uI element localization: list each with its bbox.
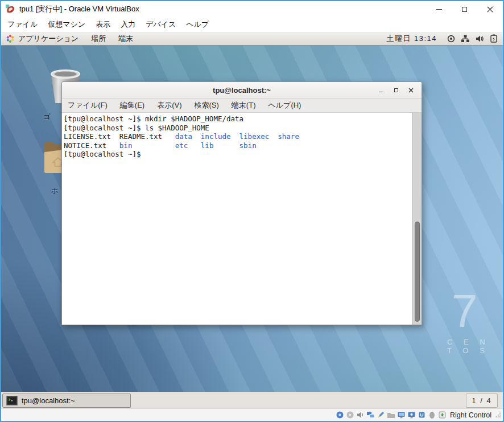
keyboard-icon[interactable] [438,411,447,419]
vbox-titlebar: tpu1 [実行中] - Oracle VM VirtualBox [1,1,503,17]
terminal-title: tpu@localhost:~ [213,86,271,95]
applications-menu[interactable]: アプリケーション [6,34,79,44]
terminal-menu-edit[interactable]: 編集(E) [120,99,151,112]
usb-icon[interactable] [377,411,385,419]
audio-icon[interactable] [356,411,365,419]
virtualbox-window: tpu1 [実行中] - Oracle VM VirtualBox ファイル 仮… [0,0,504,422]
close-icon [408,88,414,93]
trash-label: ゴ [43,112,51,122]
taskbar-window-label: tpu@localhost:~ [22,396,75,405]
terminal-menu-view[interactable]: 表示(V) [157,99,188,112]
wired-network-icon[interactable] [461,34,470,43]
maximize-icon [394,88,398,92]
menu-input[interactable]: 入力 [115,17,141,32]
centos-watermark-text: C E N T O S [447,338,503,355]
shared-folders-icon[interactable] [387,411,395,419]
terminal-menu-terminal[interactable]: 端末(T) [232,99,262,112]
terminal-menu-help[interactable]: ヘルプ(H) [268,99,307,112]
minimize-button[interactable] [426,1,452,17]
close-icon [487,6,493,13]
virtualbox-logo-icon [6,5,15,14]
terminal-line: [tpu@localhost ~]$ mkdir $HADOOP_HOME/da… [64,114,422,124]
circle-dot-icon[interactable] [447,34,456,43]
menu-help[interactable]: ヘルプ [181,17,214,32]
hdd-icon[interactable] [336,411,344,419]
applications-label: アプリケーション [18,34,79,44]
terminal-close-button[interactable] [403,82,418,99]
features-icon[interactable] [418,411,426,419]
taskbar: tpu@localhost:~ 1 / 4 [1,392,503,408]
places-label: 場所 [91,34,106,44]
clock[interactable]: 土曜日 13:14 [386,34,437,44]
menu-view[interactable]: 表示 [90,17,115,32]
menu-devices[interactable]: デバイス [141,17,181,32]
terminal-line: [tpu@localhost ~]$ ls $HADOOP_HOME [64,124,422,133]
applications-icon [6,34,15,43]
network-icon[interactable] [366,411,375,419]
terminal-icon [6,396,18,405]
terminal-minimize-button[interactable] [374,82,389,99]
terminal-menu-file[interactable]: ファイル(F) [68,99,114,112]
workspace-switcher[interactable]: 1 / 4 [466,394,498,408]
terminal-menu-search[interactable]: 検索(S) [195,99,225,112]
menu-machine[interactable]: 仮想マシン [43,17,90,32]
centos-watermark-number: 7 [452,288,478,334]
display-icon[interactable] [397,411,406,419]
host-key-label: Right Control [450,411,491,419]
terminal-menubar: ファイル(F) 編集(E) 表示(V) 検索(S) 端末(T) ヘルプ(H) [62,99,422,113]
battery-icon[interactable] [489,34,498,43]
terminal-menu-label: 端末 [118,34,133,44]
home-folder-label: ホ [51,186,59,196]
menu-file[interactable]: ファイル [2,17,43,32]
minimize-icon [436,9,442,10]
terminal-line: LICENSE.txt README.txt data include libe… [64,132,422,141]
volume-icon[interactable] [475,34,484,43]
mouse-icon[interactable] [428,411,436,419]
terminal-line: NOTICE.txt bin etc lib sbin [64,141,422,150]
recording-icon[interactable] [407,411,416,419]
places-menu[interactable]: 場所 [91,34,106,44]
scrollbar-thumb[interactable] [415,222,420,322]
resize-grip-icon[interactable] [495,412,501,418]
terminal-line: [tpu@localhost ~]$ [64,150,422,159]
terminal-menu[interactable]: 端末 [118,34,133,44]
terminal-titlebar[interactable]: tpu@localhost:~ [62,82,422,99]
terminal-scrollbar[interactable] [412,113,422,325]
optical-disc-icon[interactable] [346,411,354,419]
terminal-content[interactable]: [tpu@localhost ~]$ mkdir $HADOOP_HOME/da… [62,113,422,325]
terminal-text: [tpu@localhost ~]$ mkdir $HADOOP_HOME/da… [62,113,422,159]
terminal-maximize-button[interactable] [389,82,403,99]
vbox-menubar: ファイル 仮想マシン 表示 入力 デバイス ヘルプ [1,17,503,32]
taskbar-window-button[interactable]: tpu@localhost:~ [2,394,131,408]
maximize-button[interactable] [452,1,477,17]
maximize-icon [462,7,467,12]
close-button[interactable] [477,1,503,17]
vbox-statusbar: Right Control [1,408,503,421]
desktop: 7 C E N T O S ゴ ホ tpu@localhost:~ [1,46,503,392]
minimize-icon [379,92,383,93]
gnome-panel: アプリケーション 場所 端末 土曜日 13:14 [1,32,503,46]
terminal-window: tpu@localhost:~ ファイル(F) 編集(E) 表示(V) 検索(S… [61,81,422,325]
window-title: tpu1 [実行中] - Oracle VM VirtualBox [19,4,139,14]
